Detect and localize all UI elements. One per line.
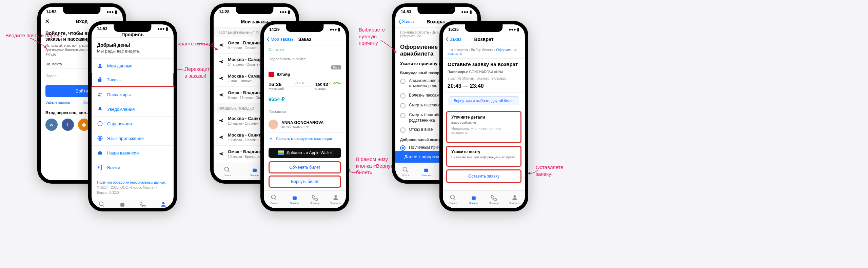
details-textarea[interactable]: Например, уточните причину возврата xyxy=(447,126,520,141)
greeting-sub: Мы рады вас видеть. xyxy=(97,48,168,54)
svg-point-25 xyxy=(334,195,337,198)
tab-profile[interactable]: Профиль xyxy=(505,191,525,208)
download-icon xyxy=(269,136,273,141)
arrow-icon xyxy=(29,37,50,51)
tab-profile[interactable]: Профиль xyxy=(153,201,174,208)
baggage-badge: ✓Багаж xyxy=(328,81,341,85)
svg-marker-26 xyxy=(215,47,218,50)
arrow-icon xyxy=(197,43,220,53)
svg-rect-20 xyxy=(278,152,284,153)
svg-point-15 xyxy=(225,167,229,171)
logout-icon xyxy=(97,164,103,170)
plane-icon xyxy=(218,151,224,157)
status-badge: Оплачен xyxy=(264,45,346,54)
svg-point-0 xyxy=(99,64,101,66)
airline-logo-icon xyxy=(269,72,274,77)
tab-profile[interactable]: Профиль xyxy=(326,191,346,208)
arrow-icon xyxy=(380,39,399,54)
menu-notifications[interactable]: Уведомления xyxy=(92,102,174,116)
search-icon xyxy=(402,166,409,173)
tab-search[interactable]: Поиск xyxy=(214,163,241,180)
clock: 15:35 xyxy=(448,27,459,32)
clock: 14:53 xyxy=(401,9,411,14)
svg-rect-11 xyxy=(120,203,124,207)
tab-help[interactable]: Помощь xyxy=(484,191,505,208)
menu-logout[interactable]: Выйти xyxy=(92,160,174,174)
menu-orders[interactable]: Заказы xyxy=(92,73,174,87)
back-button[interactable]: Заказ xyxy=(398,19,414,24)
fare-chip: Fare xyxy=(331,65,341,69)
facebook-button[interactable]: f xyxy=(62,119,74,131)
privacy-link[interactable]: Политика обработки персональных данных xyxy=(97,180,168,185)
clock: 14:28 xyxy=(219,9,230,14)
page-title: Заказ xyxy=(298,37,311,42)
svg-rect-8 xyxy=(98,152,102,154)
menu-vacancies[interactable]: Наши вакансии xyxy=(92,145,174,160)
exchange-button[interactable]: Обменять билет xyxy=(269,161,341,173)
download-itinerary[interactable]: Скачать маршрутные квитанции xyxy=(264,132,346,144)
pax-section: Пассажир xyxy=(264,106,346,116)
users-icon xyxy=(97,91,103,98)
svg-rect-19 xyxy=(278,151,284,152)
status-icons: ●●● ▮ xyxy=(157,26,168,31)
phone-icon xyxy=(311,194,319,201)
svg-point-3 xyxy=(100,93,102,95)
menu-passengers[interactable]: Пассажиры xyxy=(92,87,174,102)
route-info: 7 мая Из Москвы (Внуково) в Самару xyxy=(443,75,525,82)
clock: 14:53 xyxy=(97,26,107,31)
tab-search[interactable]: Поиск xyxy=(443,191,463,208)
tab-search[interactable]: Поиск xyxy=(92,201,112,208)
info-icon xyxy=(97,121,103,127)
menu-help[interactable]: Справочная xyxy=(92,116,174,131)
times: 20:43 — 23:40 xyxy=(443,82,525,93)
close-icon[interactable]: ✕ xyxy=(45,18,50,25)
svg-line-29 xyxy=(407,171,408,172)
status-icons: ●●● ▮ xyxy=(509,27,519,32)
menu-language[interactable]: Язык приложения xyxy=(92,131,174,145)
plane-icon xyxy=(218,92,224,98)
change-ticket-button[interactable]: Вернуться и выбрать другой билет xyxy=(449,96,519,105)
bag-icon xyxy=(251,166,258,173)
menu-my-data[interactable]: Мои данные xyxy=(92,58,174,73)
arrow-icon xyxy=(526,169,540,178)
heading: Оставьте заявку на возврат xyxy=(443,59,525,69)
plane-icon xyxy=(218,134,224,140)
tab-search[interactable]: Поиск xyxy=(395,163,416,180)
svg-rect-24 xyxy=(293,197,297,200)
tab-help[interactable]: Помощь xyxy=(133,201,153,208)
bag-icon xyxy=(97,77,103,83)
submit-button[interactable]: Оставить заявку xyxy=(447,170,520,182)
anno-submit: Оставляетезаявку! xyxy=(536,164,564,177)
apple-wallet-button[interactable]: Добавить в Apple Wallet xyxy=(269,148,341,158)
tab-orders[interactable]: Заказы xyxy=(284,191,305,208)
tab-search[interactable]: Поиск xyxy=(264,191,284,208)
return-button[interactable]: Вернуть билет xyxy=(269,176,341,188)
search-icon xyxy=(449,194,457,201)
tab-orders[interactable]: Заказы xyxy=(463,191,484,208)
status-icons: ●●● ▮ xyxy=(330,27,340,32)
bell-icon xyxy=(97,106,103,112)
forgot-password-link[interactable]: Забыл пароль xyxy=(45,100,70,104)
price: 9654 ₽ xyxy=(264,94,346,106)
user-icon xyxy=(160,201,167,208)
clock: 14:29 xyxy=(269,27,280,32)
svg-line-16 xyxy=(228,171,230,172)
email-sub[interactable]: На нее мы вышлем информацию о возврате xyxy=(447,156,520,161)
svg-line-23 xyxy=(275,199,276,200)
airline-row: Ютэйр xyxy=(264,70,346,79)
svg-point-28 xyxy=(403,167,407,171)
back-button[interactable]: Мои заказы xyxy=(267,37,295,42)
tab-help[interactable]: Помощь xyxy=(305,191,326,208)
briefcase-icon xyxy=(97,150,103,156)
clock: 14:53 xyxy=(46,9,57,14)
vk-button[interactable]: w xyxy=(45,119,58,131)
tab-orders[interactable]: Заказы xyxy=(112,201,133,208)
status-icons: ●●● ▮ xyxy=(461,9,472,14)
phone-icon xyxy=(139,201,146,208)
avatar xyxy=(269,120,278,129)
passenger-row[interactable]: ANNA GONCHAROVA29 лет. Паспорт РФ xyxy=(264,116,346,132)
tab-orders[interactable]: Заказы xyxy=(416,163,437,180)
page-title: Профиль xyxy=(121,32,144,37)
globe-icon xyxy=(97,135,103,141)
back-button[interactable]: Заказ xyxy=(446,37,461,42)
